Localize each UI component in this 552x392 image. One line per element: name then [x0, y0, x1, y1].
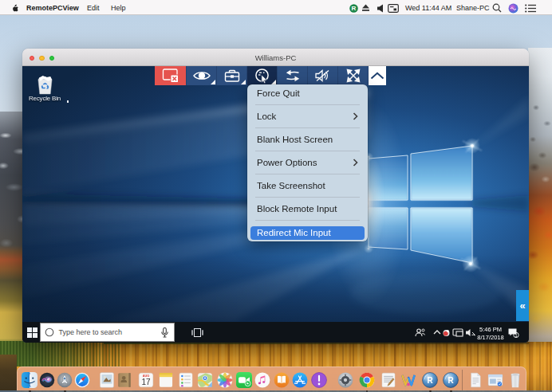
svg-text:AUG: AUG [142, 374, 149, 377]
svg-text:1: 1 [515, 333, 517, 338]
svg-text:R: R [448, 375, 454, 384]
svg-text:R: R [427, 375, 433, 384]
svg-text:R: R [352, 5, 357, 12]
svg-text:17: 17 [141, 378, 151, 386]
